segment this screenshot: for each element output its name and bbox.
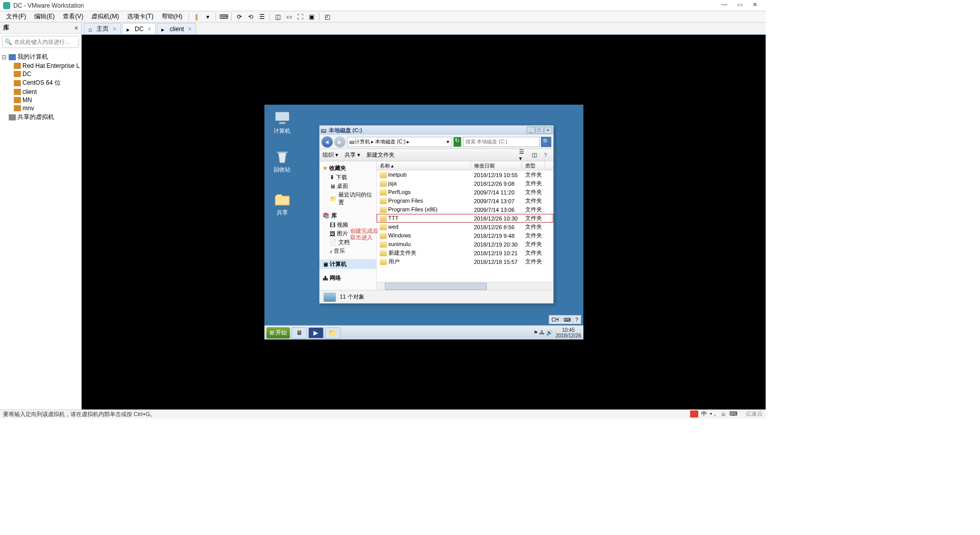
ime-keyboard-icon[interactable]: ⌨ bbox=[729, 410, 738, 417]
close-icon[interactable]: × bbox=[544, 127, 552, 134]
menu-view[interactable]: 查看(V) bbox=[59, 11, 87, 22]
file-row[interactable]: inetpub2018/12/19 10:55文件夹 bbox=[377, 171, 553, 179]
tree-vm-dc[interactable]: DC bbox=[1, 70, 80, 78]
search-button[interactable]: 🔍 bbox=[541, 137, 551, 147]
tab-client[interactable]: ▸client× bbox=[157, 23, 196, 34]
taskbar-server-icon[interactable]: 🖥 bbox=[291, 327, 307, 338]
tree-shared[interactable]: 共享的虚拟机 bbox=[1, 112, 80, 122]
tray-network-icon[interactable]: 🖧 bbox=[540, 330, 545, 335]
taskbar-explorer-icon[interactable]: 📁 bbox=[325, 327, 340, 338]
back-button[interactable]: ◄ bbox=[322, 136, 333, 148]
guest-desktop[interactable]: 计算机 回收站 共享 🖴 本地磁盘 (C:) _ □ bbox=[264, 105, 583, 339]
send-cad-icon[interactable]: ⌨ bbox=[218, 12, 229, 22]
side-downloads[interactable]: ⬇下载 bbox=[320, 173, 376, 182]
menu-tabs[interactable]: 选项卡(T) bbox=[123, 11, 157, 22]
col-date[interactable]: 修改日期 bbox=[471, 161, 522, 170]
manage-icon[interactable]: ☰ bbox=[256, 12, 267, 22]
keyboard-icon[interactable]: ⌨ bbox=[561, 317, 573, 323]
breadcrumb[interactable]: 🖴 计算机 ▸ 本地磁盘 (C:) ▸▾ bbox=[347, 137, 452, 147]
vm-display[interactable]: 计算机 回收站 共享 🖴 本地磁盘 (C:) _ □ bbox=[82, 35, 766, 409]
organize-button[interactable]: 组织 ▾ bbox=[323, 151, 338, 159]
view5-icon[interactable]: ◰ bbox=[322, 12, 333, 22]
library-search-input[interactable] bbox=[14, 39, 77, 45]
view4-icon[interactable]: ▣ bbox=[306, 12, 317, 22]
side-documents[interactable]: 📄文档 bbox=[320, 238, 376, 247]
view2-icon[interactable]: ▭ bbox=[283, 12, 295, 22]
close-icon[interactable]: × bbox=[113, 26, 116, 33]
col-name[interactable]: 名称 ▴ bbox=[377, 161, 471, 170]
revert-icon[interactable]: ⟲ bbox=[245, 12, 256, 22]
ime-smiley-icon[interactable]: ☺ bbox=[721, 411, 726, 417]
side-computer[interactable]: 🖥计算机 bbox=[320, 259, 376, 269]
file-row[interactable]: 新建文件夹2018/12/19 10:21文件夹 bbox=[377, 249, 553, 257]
explorer-search-input[interactable] bbox=[465, 139, 537, 144]
help-icon[interactable]: ? bbox=[573, 317, 581, 323]
menu-vm[interactable]: 虚拟机(M) bbox=[87, 11, 123, 22]
library-search[interactable]: 🔍 bbox=[2, 36, 79, 48]
newfolder-button[interactable]: 新建文件夹 bbox=[366, 151, 395, 159]
side-recent[interactable]: 📁最近访问的位置 bbox=[320, 190, 376, 207]
tray-flag-icon[interactable]: ⚑ bbox=[533, 330, 538, 335]
library-close-icon[interactable]: × bbox=[75, 25, 78, 32]
preview-pane-icon[interactable]: ◫ bbox=[530, 151, 539, 160]
view-options-icon[interactable]: ☰ ▾ bbox=[519, 151, 528, 160]
lang-label[interactable]: CH bbox=[549, 317, 561, 323]
file-row[interactable]: Program Files2009/7/14 13:07文件夹 bbox=[377, 197, 553, 205]
tree-vm-client[interactable]: client bbox=[1, 88, 80, 96]
file-row[interactable]: 用户2018/12/18 15:57文件夹 bbox=[377, 257, 553, 266]
explorer-search[interactable] bbox=[463, 137, 540, 147]
forward-button[interactable]: ► bbox=[334, 136, 346, 148]
max-icon[interactable]: □ bbox=[535, 127, 544, 134]
tray-sound-icon[interactable]: 🔊 bbox=[546, 330, 552, 335]
taskbar-powershell-icon[interactable]: ▶ bbox=[308, 327, 324, 338]
side-network[interactable]: 🖧网络 bbox=[320, 273, 376, 283]
maximize-button[interactable]: ▭ bbox=[732, 1, 747, 10]
share-button[interactable]: 共享 ▾ bbox=[345, 151, 360, 159]
tree-vm-mnv[interactable]: mnv bbox=[1, 104, 80, 112]
side-music[interactable]: ♪音乐 bbox=[320, 247, 376, 255]
file-row[interactable]: xunimulu2018/12/19 20:30文件夹 bbox=[377, 240, 553, 249]
language-bar[interactable]: CH ⌨ ? bbox=[549, 315, 581, 324]
side-favorites[interactable]: ★收藏夹 bbox=[320, 163, 376, 173]
h-scrollbar[interactable] bbox=[377, 282, 553, 290]
tree-root[interactable]: ⊟我的计算机 bbox=[1, 52, 80, 62]
side-videos[interactable]: 🎞视频 bbox=[320, 221, 376, 229]
close-icon[interactable]: × bbox=[188, 26, 191, 33]
tab-home[interactable]: ⌂主页× bbox=[84, 23, 121, 34]
help-icon[interactable]: ? bbox=[541, 151, 550, 160]
snapshot-icon[interactable]: ⟳ bbox=[234, 12, 245, 22]
clock[interactable]: 10:452018/12/26 bbox=[555, 327, 581, 338]
refresh-button[interactable]: ↻ bbox=[453, 137, 461, 147]
menu-edit[interactable]: 编辑(E) bbox=[30, 11, 59, 22]
view1-icon[interactable]: ◫ bbox=[272, 12, 283, 22]
minimize-button[interactable]: — bbox=[717, 1, 732, 10]
file-row[interactable]: Windows2018/12/19 9:48文件夹 bbox=[377, 231, 553, 240]
dropdown-icon[interactable]: ▾ bbox=[202, 12, 213, 22]
file-row[interactable]: PerfLogs2009/7/14 11:20文件夹 bbox=[377, 188, 553, 197]
ime-label[interactable]: 中 bbox=[701, 410, 707, 418]
col-type[interactable]: 类型 bbox=[522, 161, 545, 170]
tree-vm-redhat[interactable]: Red Hat Enterprise L bbox=[1, 62, 80, 70]
menu-file[interactable]: 文件(F) bbox=[2, 11, 30, 22]
pause-icon[interactable]: ‖ bbox=[191, 12, 202, 22]
desktop-recycle[interactable]: 回收站 bbox=[268, 149, 296, 174]
desktop-share[interactable]: 共享 bbox=[268, 191, 296, 216]
sogou-icon[interactable] bbox=[690, 410, 698, 418]
side-libraries[interactable]: 📚库 bbox=[320, 211, 376, 221]
scroll-thumb[interactable] bbox=[385, 283, 487, 290]
min-icon[interactable]: _ bbox=[527, 127, 535, 134]
view3-icon[interactable]: ⛶ bbox=[295, 12, 306, 22]
ime-punct-icon[interactable]: •， bbox=[710, 410, 718, 418]
file-row[interactable]: Program Files (x86)2009/7/14 13:06文件夹 bbox=[377, 205, 553, 214]
side-desktop[interactable]: 🖥桌面 bbox=[320, 182, 376, 190]
menu-help[interactable]: 帮助(H) bbox=[158, 11, 187, 22]
explorer-titlebar[interactable]: 🖴 本地磁盘 (C:) _ □ × bbox=[320, 126, 553, 135]
file-row[interactable]: TTT2018/12/26 10:30文件夹 bbox=[377, 214, 553, 223]
close-button[interactable]: ✕ bbox=[747, 1, 763, 10]
file-row[interactable]: jsja2018/12/26 9:08文件夹 bbox=[377, 179, 553, 188]
tree-vm-centos[interactable]: CentOS 64 位 bbox=[1, 78, 80, 88]
tree-vm-mn[interactable]: MN bbox=[1, 96, 80, 104]
file-row[interactable]: wed2018/12/26 8:56文件夹 bbox=[377, 223, 553, 231]
side-pictures[interactable]: 🖼图片 bbox=[320, 229, 376, 238]
close-icon[interactable]: × bbox=[148, 26, 151, 33]
